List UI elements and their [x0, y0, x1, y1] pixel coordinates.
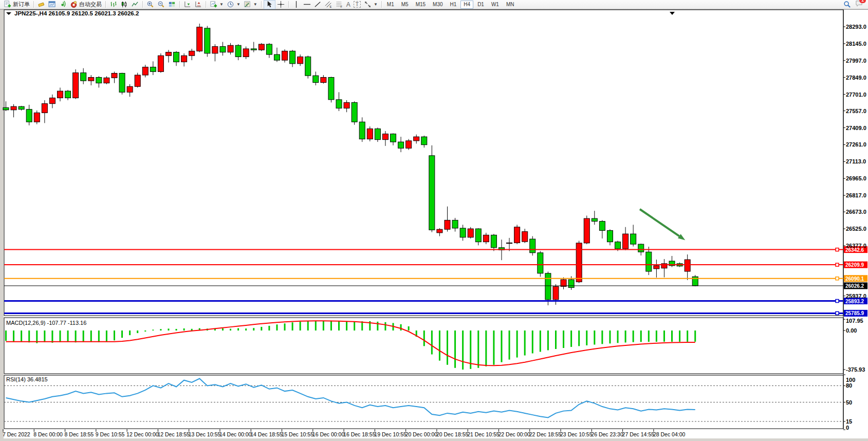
timeframe-m30[interactable]: M30	[430, 1, 446, 9]
timeframe-h1[interactable]: H1	[447, 1, 460, 9]
line-handle[interactable]	[836, 248, 839, 251]
text-label-tool[interactable]: T	[352, 1, 362, 9]
separator	[261, 1, 262, 8]
candle	[382, 134, 388, 140]
candle	[391, 134, 396, 142]
date-label: 28 Dec 04:00	[653, 431, 686, 437]
indicator-window-right-button[interactable]	[193, 1, 204, 9]
period-clock-icon	[227, 1, 234, 8]
timeframe-m15[interactable]: M15	[413, 1, 429, 9]
arrows-icon	[364, 1, 372, 8]
candle	[189, 51, 195, 56]
timeframe-m1[interactable]: M1	[384, 1, 397, 9]
chat-button[interactable]: 1	[855, 0, 863, 9]
candle	[274, 54, 280, 60]
cursor-icon	[266, 1, 273, 8]
price-axis-label: 26525.0	[846, 226, 866, 232]
rsi-axis-label: 50	[846, 399, 852, 406]
text-tool[interactable]: A	[345, 1, 352, 9]
tile-windows-button[interactable]	[167, 1, 177, 9]
timeframe-group: M1M5M15M30H1H4D1W1MN	[384, 1, 518, 9]
candle	[174, 52, 179, 62]
candle	[251, 49, 256, 50]
timeframe-mn[interactable]: MN	[503, 1, 518, 9]
equidistant-channel-icon: E	[325, 1, 333, 8]
indicator-window-right-icon	[194, 1, 202, 8]
separator	[288, 1, 289, 8]
candlestick-button[interactable]	[119, 1, 130, 9]
timeframe-d1[interactable]: D1	[474, 1, 487, 9]
macd-axis-label: 107.95	[846, 318, 863, 324]
date-label: 13 Dec 10:55	[189, 431, 221, 437]
chart-canvas: 107.950.00-375.93 1008050150 26342.62620…	[0, 0, 868, 441]
indicator-window-button[interactable]	[182, 1, 193, 9]
candle	[88, 77, 94, 81]
zoom-in-button[interactable]	[145, 1, 156, 9]
candle	[73, 73, 79, 98]
candle	[367, 129, 373, 139]
candle	[142, 67, 148, 75]
eraser-button[interactable]	[36, 1, 47, 9]
auto-trading-button[interactable]: 自动交易	[68, 1, 103, 9]
fibonacci-tool[interactable]: F	[334, 1, 345, 9]
candle	[282, 51, 288, 60]
candle	[468, 229, 473, 237]
zoom-out-button[interactable]	[156, 1, 167, 9]
main-toolbar: 新订单 自动交易	[0, 0, 868, 9]
tile-windows-icon	[168, 1, 176, 8]
cursor-tool-button[interactable]	[264, 0, 275, 9]
candle	[344, 102, 349, 108]
vertical-line-tool[interactable]	[291, 1, 302, 9]
line-handle[interactable]	[836, 300, 839, 303]
date-label: 27 Dec 14:55	[622, 431, 655, 437]
line-handle[interactable]	[836, 277, 839, 280]
candle	[638, 244, 644, 252]
candle	[631, 234, 636, 244]
candle	[34, 113, 40, 122]
timeframe-h4[interactable]: H4	[460, 1, 473, 9]
horizontal-line-icon	[303, 1, 311, 8]
horizontal-line-tool[interactable]	[302, 1, 312, 9]
candle	[654, 266, 659, 269]
period-clock-button[interactable]: ▼	[225, 1, 242, 9]
chart-window-icon	[48, 1, 56, 8]
price-badge-label: 26026.2	[845, 283, 864, 289]
candle	[491, 235, 496, 247]
crosshair-tool-button[interactable]	[275, 1, 286, 9]
macd-axis-label: 0.00	[846, 327, 857, 334]
template-button[interactable]: ▼	[242, 1, 259, 9]
timeframe-w1[interactable]: W1	[488, 1, 502, 9]
candle	[514, 227, 520, 243]
chart-window-button[interactable]	[47, 1, 58, 9]
rsi-axis-label: 100	[846, 377, 855, 383]
candle	[228, 45, 233, 52]
arrows-tool[interactable]: ▼	[362, 1, 379, 9]
indicator-window-icon	[183, 1, 191, 8]
bar-chart-button[interactable]	[108, 1, 119, 9]
new-order-button[interactable]: 新订单	[2, 1, 31, 9]
add-indicator-button[interactable]: ▼	[208, 1, 225, 9]
new-order-icon	[4, 1, 11, 8]
candle	[507, 243, 512, 243]
price-axis-label: 27701.0	[846, 91, 866, 98]
candle	[406, 141, 412, 148]
line-handle[interactable]	[836, 263, 839, 266]
price-badge-label: 26209.9	[845, 262, 864, 268]
zoom-out-icon	[157, 1, 165, 8]
date-label: 20 Dec 00:00	[405, 431, 438, 437]
timeframe-m5[interactable]: M5	[398, 1, 412, 9]
equidistant-channel-tool[interactable]: E	[323, 1, 334, 9]
candle	[460, 228, 466, 237]
line-handle[interactable]	[836, 311, 839, 315]
candle	[26, 109, 32, 122]
candle	[321, 77, 326, 82]
candle	[553, 286, 559, 300]
candle	[568, 280, 574, 288]
candle	[127, 86, 133, 92]
line-chart-button[interactable]	[130, 1, 140, 9]
trendline-tool[interactable]	[312, 1, 323, 9]
candle	[584, 218, 589, 243]
date-label: 8 Dec 00:00	[33, 431, 63, 437]
search-icon[interactable]	[843, 1, 851, 8]
signal-button[interactable]	[58, 1, 68, 9]
